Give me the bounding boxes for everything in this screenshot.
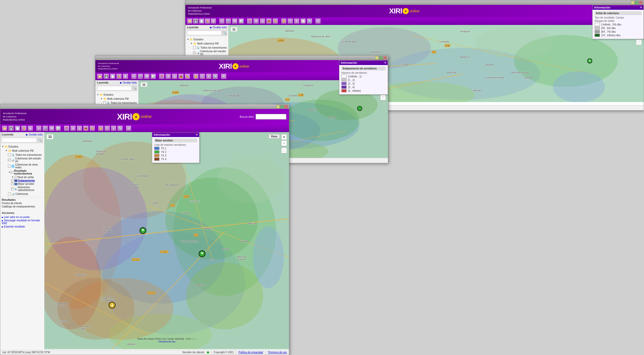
tb-save-3[interactable]: 💾 [8, 125, 14, 131]
info-close-1[interactable]: × [640, 6, 642, 9]
minimize-btn-3[interactable]: − [276, 105, 280, 108]
tb-export-2[interactable]: 📤 [178, 74, 184, 79]
tb-layer-2[interactable]: 📊 [150, 74, 156, 79]
terms-link-3[interactable]: Términos de uso [268, 351, 287, 354]
tb-print-1[interactable]: 🖨 [260, 18, 265, 24]
action-export-3[interactable]: Exportar resultado [2, 225, 43, 228]
tree-study-cov-3[interactable]: ✓ 📊 Coberturas del estudio (4) [1, 157, 43, 163]
tb-zoom-2[interactable]: 🔍 [138, 74, 143, 79]
tb-zoom-3[interactable]: 🔍 [42, 125, 48, 131]
tb-hand-3[interactable]: ✋ [98, 125, 104, 131]
tb-save-2[interactable]: 💾 [103, 74, 109, 79]
tb-export-3[interactable]: 📤 [83, 125, 89, 131]
tree-studies-1[interactable]: ▼ 📁 Estudios [186, 37, 227, 41]
legend-hide-2[interactable]: ▶ Ocultar todo [120, 81, 137, 84]
legend-hide-1[interactable]: ▶ Ocultar todo [210, 26, 227, 29]
legend-search-input-1[interactable] [187, 31, 222, 35]
tb-new-2[interactable]: 📄 [110, 74, 115, 79]
tb-undo-2[interactable]: ↩ [131, 74, 137, 79]
tb-antenna-2[interactable]: 📡 [212, 74, 218, 79]
tb-print-2[interactable]: 🖨 [172, 74, 177, 79]
zoom-extent-2[interactable]: ⛶ [380, 95, 386, 100]
action-read-3[interactable]: Leer valor en un punto [2, 215, 43, 219]
tb-mail-2[interactable]: ✉ [221, 74, 226, 79]
tb-select-1[interactable]: ↖ [287, 18, 293, 24]
tb-antenna-3[interactable]: 📡 [117, 125, 123, 131]
tb-layer-1[interactable]: 📊 [238, 18, 244, 24]
minimize-btn-1[interactable]: − [631, 1, 634, 4]
tb-select-2[interactable]: ↖ [199, 74, 205, 79]
tb-settings-2[interactable]: ⚙ [165, 74, 171, 79]
tb-new-1[interactable]: 📄 [199, 18, 204, 24]
cb-all-tx-1[interactable] [193, 46, 196, 49]
zoom-in-3[interactable]: + [281, 134, 287, 140]
tb-save-1[interactable]: 💾 [193, 18, 198, 24]
maximize-btn-3[interactable]: □ [280, 105, 284, 108]
tree-other-net-3[interactable]: 🌐 Coberturas de otras redes [1, 163, 43, 169]
tb-map-3[interactable]: 🗺 [49, 125, 55, 131]
tb-layer-3[interactable]: 📊 [55, 125, 61, 131]
map-area-3[interactable]: Bárboles Plasenciade Jalón Urrea de Jaló… [44, 132, 289, 349]
tree-multi-2[interactable]: ▼ 📁 Multi cobertura FM [96, 97, 137, 101]
privacy-link-3[interactable]: Política de privacidad [239, 351, 263, 354]
tree-radio-el-3[interactable]: ✓ 📡 Elementos radioeléctricos [1, 186, 43, 192]
close-btn-3[interactable]: × [284, 105, 288, 108]
tb-measure-1[interactable]: 📏 [273, 18, 278, 24]
legend-search-input-3[interactable] [2, 138, 37, 142]
close-btn-1[interactable]: × [639, 1, 643, 4]
tree-all-tx-3[interactable]: 📡 Todos los transmisores [1, 153, 43, 157]
legend-search-input-2[interactable] [97, 86, 132, 90]
tb-select-3[interactable]: ↖ [104, 125, 110, 131]
tb-map-1[interactable]: 🗺 [232, 18, 238, 24]
tree-catalog-3[interactable]: Catálogo de emplazamientos [2, 205, 43, 208]
tb-delete-1[interactable]: 🗑 [211, 18, 216, 24]
tree-signal-3[interactable]: ▼ ✓ Nivel de señal [1, 175, 43, 179]
maximize-btn-2[interactable]: □ [379, 56, 383, 60]
tree-multi-1[interactable]: ▼ 📁 Multi cobertura FM [186, 41, 227, 45]
tree-studies-3[interactable]: ▼ 📁 Estudios [1, 144, 43, 149]
tree-interest-3[interactable]: Puntos de interés [2, 202, 43, 205]
tree-studies-2[interactable]: ▼ 📁 Estudios [96, 93, 137, 97]
tree-study-cov-1[interactable]: ✓ 📊 Coberturas del estudio (4) [186, 50, 227, 56]
tb-edit-1[interactable]: ✏️ [205, 18, 210, 24]
legend-search-btn-2[interactable]: 🔍 [132, 86, 137, 90]
tb-hand-2[interactable]: ✋ [193, 74, 199, 79]
tb-mail-3[interactable]: ✉ [126, 125, 131, 131]
info-close-2[interactable]: × [384, 61, 386, 64]
tree-results-3[interactable]: Resultados [2, 198, 43, 202]
legend-search-btn-3[interactable]: 🔍 [38, 138, 43, 142]
tb-info-1[interactable]: ℹ [294, 18, 300, 24]
tb-hand-1[interactable]: ✋ [281, 18, 287, 24]
tb-info-2[interactable]: ℹ [206, 74, 212, 79]
tb-measure-3[interactable]: 📏 [89, 125, 95, 131]
tree-multi-3[interactable]: ▼ 📁 Multi cobertura FM [1, 149, 43, 153]
tb-export-1[interactable]: 📤 [266, 18, 272, 24]
tb-mail-1[interactable]: ✉ [315, 18, 321, 24]
expand-multi-1[interactable]: ▼ [190, 42, 193, 45]
mapa-btn-3[interactable]: Mapa [269, 134, 280, 139]
tb-pin-2[interactable]: 📍 [159, 74, 165, 79]
tb-settings-3[interactable]: ⚙ [70, 125, 76, 131]
tb-edit-3[interactable]: ✏️ [21, 125, 27, 131]
tb-map-2[interactable]: 🗺 [144, 74, 150, 79]
zoom-extent-1[interactable]: ⛶ [636, 39, 642, 45]
close-btn-2[interactable]: × [383, 56, 387, 60]
action-download-3[interactable]: Descargar resultado en formato KMZ [2, 219, 43, 225]
tb-new-3[interactable]: 📄 [15, 125, 20, 131]
tree-overlap-3[interactable]: ✓ Solapamiento [1, 179, 43, 182]
expand-studies-1[interactable]: ▼ [186, 38, 189, 41]
tb-undo-1[interactable]: ↩ [219, 18, 225, 24]
tb-edit-2[interactable]: ✏️ [116, 74, 122, 79]
tb-undo-3[interactable]: ↩ [36, 125, 42, 131]
tree-best-srv-3[interactable]: ✓ Mejor servidor [1, 182, 43, 186]
tb-graph-1[interactable]: 📈 [300, 18, 306, 24]
cb-study-cov-1[interactable]: ✓ [193, 51, 196, 54]
legend-search-btn-1[interactable]: 🔍 [222, 31, 227, 35]
zoom-extent-3[interactable]: ⛶ [281, 148, 287, 153]
tb-folder-2[interactable]: 📁 [97, 74, 103, 79]
tb-zoom-1[interactable]: 🔍 [225, 18, 231, 24]
tb-info-3[interactable]: ℹ [111, 125, 116, 131]
info-close-3[interactable]: × [196, 133, 198, 136]
tb-delete-2[interactable]: 🗑 [123, 74, 128, 79]
maximize-btn-1[interactable]: □ [635, 1, 639, 4]
